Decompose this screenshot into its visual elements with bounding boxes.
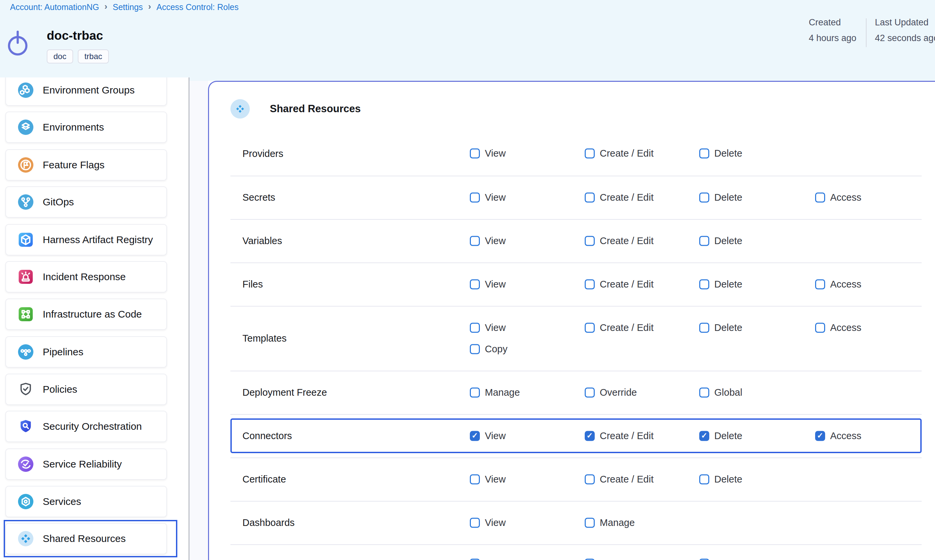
permission-partial-checkbox[interactable] bbox=[585, 558, 595, 560]
checkbox-connectors-view[interactable]: ✓ bbox=[470, 431, 480, 441]
checkbox-variables-view[interactable] bbox=[470, 236, 480, 246]
section-title: Shared Resources bbox=[270, 103, 361, 115]
meta-divider bbox=[866, 18, 867, 47]
permission-providers-create-edit[interactable]: Create / Edit bbox=[585, 148, 654, 159]
page-title: doc-trbac bbox=[47, 29, 103, 43]
sidebar-item-harness-artifact-registry[interactable]: Harness Artifact Registry bbox=[5, 224, 167, 255]
checkbox-secrets-access[interactable] bbox=[815, 192, 825, 202]
checkbox-files-access[interactable] bbox=[815, 279, 825, 289]
checkbox-providers-create-edit[interactable] bbox=[585, 148, 595, 158]
checkbox-partial-checkbox[interactable] bbox=[699, 558, 709, 560]
permission-certificate-create-edit[interactable]: Create / Edit bbox=[585, 474, 654, 485]
permission-secrets-access[interactable]: Access bbox=[815, 192, 861, 203]
last-updated-label: Last Updated bbox=[875, 17, 935, 28]
permission-dashboards-manage[interactable]: Manage bbox=[585, 517, 635, 528]
permission-label: View bbox=[485, 148, 506, 159]
permission-dashboards-view[interactable]: View bbox=[470, 517, 506, 528]
checkbox-files-delete[interactable] bbox=[699, 279, 709, 289]
checkbox-certificate-delete[interactable] bbox=[699, 474, 709, 484]
checkbox-secrets-view[interactable] bbox=[470, 192, 480, 202]
permission-providers-view[interactable]: View bbox=[470, 148, 506, 159]
permission-connectors-access[interactable]: ✓ Access bbox=[815, 431, 861, 442]
permission-files-view[interactable]: View bbox=[470, 279, 506, 290]
checkbox-secrets-delete[interactable] bbox=[699, 192, 709, 202]
permission-variables-delete[interactable]: Delete bbox=[699, 235, 742, 246]
sidebar-item-policies[interactable]: Policies bbox=[5, 374, 167, 405]
sidebar-item-shared-resources[interactable]: Shared Resources bbox=[5, 523, 167, 554]
sidebar-item-pipelines[interactable]: Pipelines bbox=[5, 336, 167, 368]
checkbox-certificate-create-edit[interactable] bbox=[585, 474, 595, 484]
sidebar-item-gitops[interactable]: GitOps bbox=[5, 186, 167, 218]
permission-secrets-create-edit[interactable]: Create / Edit bbox=[585, 192, 654, 203]
permission-files-access[interactable]: Access bbox=[815, 279, 861, 290]
checkbox-templates-access[interactable] bbox=[815, 323, 825, 332]
sidebar-item-security-orchestration[interactable]: Security Orchestration bbox=[5, 411, 167, 442]
permission-label: Access bbox=[830, 192, 861, 203]
permission-label: View bbox=[485, 322, 506, 333]
permission-templates-copy[interactable]: Copy bbox=[470, 344, 507, 355]
sidebar-item-feature-flags[interactable]: Feature Flags bbox=[5, 149, 167, 181]
breadcrumb-link[interactable]: Access Control: Roles bbox=[157, 2, 239, 12]
checkbox-templates-view[interactable] bbox=[470, 323, 480, 332]
permission-label: View bbox=[485, 517, 506, 528]
permission-certificate-view[interactable]: View bbox=[470, 474, 506, 485]
checkbox-dashboards-manage[interactable] bbox=[585, 518, 595, 528]
checkbox-dashboards-view[interactable] bbox=[470, 518, 480, 528]
permission-partial-checkbox[interactable] bbox=[470, 558, 480, 560]
permission-partial-checkbox[interactable] bbox=[699, 558, 709, 560]
checkbox-templates-delete[interactable] bbox=[699, 323, 709, 332]
checkbox-deployment-freeze-override[interactable] bbox=[585, 387, 595, 397]
permission-certificate-delete[interactable]: Delete bbox=[699, 474, 742, 485]
sidebar-item-service-reliability[interactable]: Service Reliability bbox=[5, 448, 167, 480]
sidebar-item-label: Pipelines bbox=[43, 346, 83, 358]
permission-templates-delete[interactable]: Delete bbox=[699, 322, 742, 333]
checkbox-providers-view[interactable] bbox=[470, 148, 480, 158]
permission-deployment-freeze-global[interactable]: Global bbox=[699, 387, 742, 398]
permission-deployment-freeze-override[interactable]: Override bbox=[585, 387, 637, 398]
created-label: Created bbox=[809, 17, 857, 28]
permission-files-delete[interactable]: Delete bbox=[699, 279, 742, 290]
permission-variables-create-edit[interactable]: Create / Edit bbox=[585, 235, 654, 246]
permission-deployment-freeze-manage[interactable]: Manage bbox=[470, 387, 520, 398]
permission-templates-view[interactable]: View bbox=[470, 322, 506, 333]
permission-providers-delete[interactable]: Delete bbox=[699, 148, 742, 159]
breadcrumb-link[interactable]: Account: AutomationNG bbox=[10, 2, 99, 12]
sidebar-item-environments[interactable]: Environments bbox=[5, 112, 167, 143]
permission-connectors-view[interactable]: ✓ View bbox=[470, 431, 506, 442]
checkbox-providers-delete[interactable] bbox=[699, 148, 709, 158]
checkbox-variables-delete[interactable] bbox=[699, 236, 709, 246]
permission-templates-create-edit[interactable]: Create / Edit bbox=[585, 322, 654, 333]
checkbox-partial-checkbox[interactable] bbox=[470, 558, 480, 560]
check-icon: ✓ bbox=[701, 432, 707, 440]
permission-variables-view[interactable]: View bbox=[470, 235, 506, 246]
checkbox-deployment-freeze-global[interactable] bbox=[699, 387, 709, 397]
resource-label: Secrets bbox=[243, 192, 275, 203]
checkbox-files-view[interactable] bbox=[470, 279, 480, 289]
checkbox-secrets-create-edit[interactable] bbox=[585, 192, 595, 202]
permission-files-create-edit[interactable]: Create / Edit bbox=[585, 279, 654, 290]
permission-secrets-view[interactable]: View bbox=[470, 192, 506, 203]
permission-connectors-create-edit[interactable]: ✓ Create / Edit bbox=[585, 431, 654, 442]
permission-label: View bbox=[485, 431, 506, 442]
checkbox-deployment-freeze-manage[interactable] bbox=[470, 387, 480, 397]
checkbox-connectors-access[interactable]: ✓ bbox=[815, 431, 825, 441]
resource-label: Connectors bbox=[243, 431, 292, 442]
sidebar-item-label: GitOps bbox=[43, 196, 74, 208]
permission-templates-access[interactable]: Access bbox=[815, 322, 861, 333]
checkbox-partial-checkbox[interactable] bbox=[585, 558, 595, 560]
checkbox-certificate-view[interactable] bbox=[470, 474, 480, 484]
sidebar-item-infrastructure-as-code[interactable]: Infrastructure as Code bbox=[5, 298, 167, 330]
sidebar-item-services[interactable]: Services bbox=[5, 486, 167, 517]
sidebar-item-incident-response[interactable]: Incident Response bbox=[5, 261, 167, 292]
sidebar-item-environment-groups[interactable]: Environment Groups bbox=[5, 77, 167, 106]
permission-secrets-delete[interactable]: Delete bbox=[699, 192, 742, 203]
checkbox-files-create-edit[interactable] bbox=[585, 279, 595, 289]
checkbox-templates-create-edit[interactable] bbox=[585, 323, 595, 332]
checkbox-connectors-create-edit[interactable]: ✓ bbox=[585, 431, 595, 441]
checkbox-variables-create-edit[interactable] bbox=[585, 236, 595, 246]
permission-label: Delete bbox=[714, 322, 742, 333]
permission-connectors-delete[interactable]: ✓ Delete bbox=[699, 431, 742, 442]
checkbox-templates-copy[interactable] bbox=[470, 344, 480, 354]
breadcrumb-link[interactable]: Settings bbox=[112, 2, 143, 12]
checkbox-connectors-delete[interactable]: ✓ bbox=[699, 431, 709, 441]
